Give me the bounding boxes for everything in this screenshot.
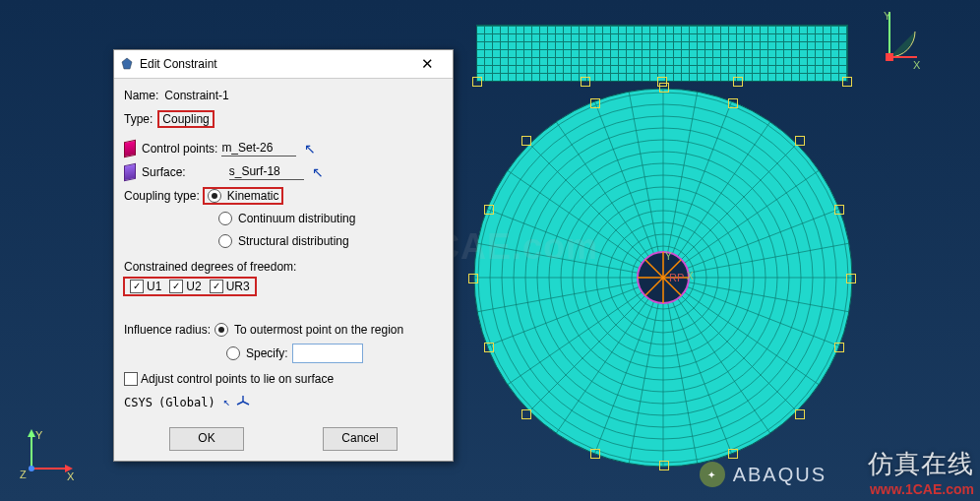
checkbox-adjust[interactable] bbox=[124, 372, 138, 386]
selection-handle bbox=[733, 77, 743, 87]
csys-label: CSYS bbox=[124, 396, 153, 409]
svg-point-49 bbox=[29, 466, 34, 471]
svg-marker-46 bbox=[28, 429, 35, 437]
specify-radius-input[interactable] bbox=[292, 344, 363, 363]
selection-handle bbox=[842, 77, 852, 87]
pick-cursor-icon[interactable]: ↖ bbox=[223, 395, 230, 411]
mesh-circular-disc: RP Y X bbox=[472, 87, 854, 469]
control-points-value: m_Set-26 bbox=[221, 141, 296, 157]
create-csys-icon[interactable] bbox=[236, 395, 250, 411]
edit-constraint-dialog: Edit Constraint ✕ Name: Constraint-1 Typ… bbox=[113, 49, 454, 462]
name-label: Name: bbox=[124, 89, 158, 102]
radio-outermost-label: To outermost point on the region bbox=[234, 323, 403, 337]
global-axis-icon: Y X Z bbox=[20, 427, 79, 483]
reference-point-label: RP bbox=[669, 272, 684, 283]
radio-outermost[interactable] bbox=[214, 323, 228, 337]
cancel-button[interactable]: Cancel bbox=[323, 427, 398, 451]
radio-structural[interactable] bbox=[218, 234, 232, 248]
dof-section-label: Constrained degrees of freedom: bbox=[124, 260, 443, 274]
selection-handle bbox=[581, 77, 590, 87]
pick-cursor-icon[interactable]: ↖ bbox=[312, 164, 324, 180]
dialog-app-icon bbox=[120, 57, 134, 71]
watermark-bottom-right: 仿真在线 www.1CAE.com bbox=[868, 447, 974, 497]
control-points-swatch-icon bbox=[124, 140, 136, 158]
surface-swatch-icon bbox=[124, 163, 136, 182]
pick-cursor-icon[interactable]: ↖ bbox=[304, 141, 316, 157]
svg-rect-42 bbox=[886, 53, 893, 61]
selection-handle bbox=[472, 77, 482, 87]
dof-ur3-label: UR3 bbox=[226, 280, 250, 293]
control-points-label: Control points: bbox=[142, 142, 217, 156]
view-triad-icon: Y X bbox=[858, 8, 921, 71]
radio-kinematic[interactable] bbox=[208, 189, 221, 203]
viewport: RP Y X 1CAE.com Y X bbox=[0, 0, 980, 501]
radio-structural-label: Structural distributing bbox=[238, 234, 349, 248]
radio-continuum[interactable] bbox=[218, 212, 232, 225]
radio-kinematic-label: Kinematic bbox=[227, 189, 279, 203]
dialog-titlebar[interactable]: Edit Constraint ✕ bbox=[114, 50, 453, 79]
surface-value: s_Surf-18 bbox=[229, 164, 304, 180]
svg-text:X: X bbox=[687, 271, 694, 282]
dialog-title: Edit Constraint bbox=[134, 57, 407, 71]
svg-text:Z: Z bbox=[20, 469, 27, 480]
dof-u1-label: U1 bbox=[147, 280, 161, 293]
checkbox-u1[interactable] bbox=[130, 280, 144, 293]
svg-text:X: X bbox=[913, 59, 921, 71]
svg-line-55 bbox=[237, 402, 243, 405]
coupling-type-label: Coupling type: bbox=[124, 189, 200, 203]
adjust-label: Adjust control points to lie on surface bbox=[141, 372, 334, 386]
checkbox-ur3[interactable] bbox=[210, 280, 223, 293]
csys-value: (Global) bbox=[158, 396, 215, 409]
radio-specify[interactable] bbox=[226, 346, 240, 360]
type-value: Coupling bbox=[158, 111, 213, 127]
svg-line-54 bbox=[243, 402, 249, 405]
mesh-rectangular-beam bbox=[476, 25, 848, 82]
svg-text:X: X bbox=[67, 470, 75, 480]
svg-text:Y: Y bbox=[884, 10, 891, 22]
surface-label: Surface: bbox=[142, 165, 186, 179]
dof-u2-label: U2 bbox=[186, 280, 201, 293]
radio-continuum-label: Continuum distributing bbox=[238, 212, 355, 225]
name-value: Constraint-1 bbox=[164, 89, 228, 102]
ok-button[interactable]: OK bbox=[169, 427, 244, 451]
close-icon[interactable]: ✕ bbox=[407, 55, 447, 73]
influence-radius-label: Influence radius: bbox=[124, 323, 211, 337]
svg-text:Y: Y bbox=[665, 251, 672, 262]
radio-specify-label: Specify: bbox=[246, 346, 288, 360]
type-label: Type: bbox=[124, 112, 153, 126]
checkbox-u2[interactable] bbox=[169, 280, 183, 293]
svg-text:Y: Y bbox=[35, 429, 43, 441]
